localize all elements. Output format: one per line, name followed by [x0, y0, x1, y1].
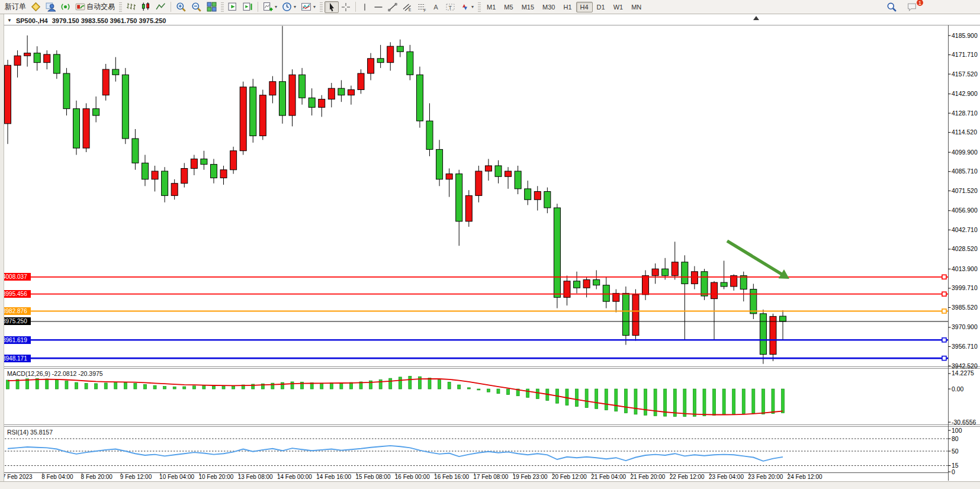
price-axis-tick-label: 3970.900 — [952, 323, 978, 331]
svg-text:A: A — [433, 4, 438, 11]
timeframe-button-w1[interactable]: W1 — [609, 2, 628, 12]
signals-button[interactable] — [58, 1, 73, 13]
trendline-tool[interactable] — [385, 1, 400, 13]
toolbar-drag-handle[interactable] — [119, 2, 122, 12]
toolbar-drag-handle[interactable] — [478, 2, 481, 12]
chart-title-bar[interactable]: ▼ SP500-,H4 3979.150 3983.550 3961.750 3… — [7, 16, 166, 25]
mt4-trading-terminal: 新订单 自动交易 — [0, 0, 980, 489]
fibonacci-tool[interactable]: F — [415, 1, 429, 13]
time-axis-label: 14 Feb 16:00 — [316, 474, 351, 480]
chevron-down-icon: ▾ — [313, 4, 316, 9]
periods-button[interactable]: ▾ — [279, 1, 298, 13]
auto-scroll-button[interactable] — [226, 1, 240, 13]
window-menu-triangle-icon[interactable] — [753, 16, 759, 20]
macd-axis-tick-label: 14.2275 — [952, 369, 974, 377]
rsi-axis-tick-label: 50 — [952, 448, 959, 455]
candlestick-icon — [141, 2, 151, 12]
price-axis-tick-label: 3942.520 — [952, 362, 978, 370]
crosshair-icon — [341, 2, 351, 12]
indicators-button[interactable]: ▾ — [298, 1, 318, 13]
tile-windows-button[interactable] — [204, 1, 219, 13]
search-button[interactable] — [884, 1, 899, 13]
price-axis-tick-label: 4142.900 — [952, 90, 978, 98]
timeframe-button-m5[interactable]: M5 — [500, 2, 517, 12]
line-chart-button[interactable] — [153, 1, 168, 13]
timeframe-button-d1[interactable]: D1 — [593, 2, 609, 12]
rsi-axis-tick-label: 15 — [952, 462, 959, 469]
horizontal-line-tool[interactable] — [371, 1, 385, 13]
tile-windows-icon — [207, 2, 217, 12]
time-axis-label: 24 Feb 12:00 — [788, 474, 822, 480]
price-line-label: 3975.250 — [0, 317, 31, 325]
community-chat-button[interactable]: 1 — [904, 1, 920, 13]
fibonacci-icon: F — [417, 2, 427, 12]
time-axis-label: 16 Feb 00:00 — [395, 474, 430, 480]
timeframe-button-h4[interactable]: H4 — [576, 2, 593, 12]
navigator-person-icon — [46, 2, 56, 12]
timeframe-button-h1[interactable]: H1 — [559, 2, 576, 12]
chart-canvas[interactable] — [0, 0, 980, 489]
crosshair-tool-button[interactable] — [339, 1, 353, 13]
toolbar-drag-handle[interactable] — [221, 2, 224, 12]
candlestick-chart-button[interactable] — [139, 1, 153, 13]
price-axis-tick-label: 4114.520 — [952, 128, 977, 136]
cursor-tool-button[interactable] — [324, 1, 339, 13]
new-chart-icon — [263, 2, 273, 12]
text-label-icon: T — [445, 2, 455, 12]
macd-axis-tick-label: 0.00 — [952, 385, 963, 393]
time-axis-label: 23 Feb 20:00 — [748, 474, 783, 480]
svg-text:T: T — [449, 4, 452, 10]
time-axis-label: 17 Feb 08:00 — [473, 474, 508, 480]
timeframe-button-m1[interactable]: M1 — [483, 2, 500, 12]
trendline-icon — [388, 2, 397, 12]
vertical-line-tool[interactable] — [358, 1, 371, 13]
window-bottom-edge — [0, 481, 980, 489]
timeframe-button-m30[interactable]: M30 — [538, 2, 559, 12]
timeframe-button-mn[interactable]: MN — [627, 2, 645, 12]
zoom-in-icon — [176, 2, 187, 12]
rsi-indicator-label: RSI(14) 35.8157 — [7, 429, 53, 436]
time-axis-label: 21 Feb 20:00 — [630, 474, 665, 480]
time-axis-label: 8 Feb 04:00 — [41, 474, 73, 480]
zoom-out-button[interactable] — [189, 1, 204, 13]
autotrading-button[interactable]: 自动交易 — [73, 1, 117, 13]
bar-chart-button[interactable] — [124, 1, 139, 13]
time-axis-label: 20 Feb 12:00 — [552, 474, 587, 480]
arrows-tool[interactable]: ▾ — [458, 1, 476, 13]
equidistant-channel-tool[interactable]: E — [400, 1, 415, 13]
time-axis-label: 21 Feb 04:00 — [591, 474, 626, 480]
chart-shift-button[interactable] — [240, 1, 255, 13]
timeframe-toolbar: M1M5M15M30H1H4D1W1MN — [483, 2, 645, 12]
svg-text:E: E — [409, 8, 412, 12]
toolbar-drag-handle[interactable] — [320, 2, 323, 12]
new-chart-button[interactable]: ▾ — [261, 1, 279, 13]
time-axis-label: 8 Feb 20:00 — [81, 474, 113, 480]
main-toolbar: 新订单 自动交易 — [0, 0, 980, 14]
indicators-icon — [301, 2, 311, 12]
notification-badge: 1 — [916, 0, 924, 7]
zoom-in-button[interactable] — [173, 1, 189, 13]
price-axis-tick-label: 4013.900 — [952, 265, 978, 273]
chart-symbol-timeframe: SP500-,H4 — [16, 17, 48, 24]
price-axis-tick-label: 4171.710 — [952, 51, 978, 59]
text-label-tool[interactable]: T — [443, 1, 458, 13]
new-order-label: 新订单 — [5, 2, 26, 12]
timeframe-button-m15[interactable]: M15 — [518, 2, 538, 12]
chart-dropdown-triangle-icon: ▼ — [7, 18, 12, 23]
macd-axis-tick-label: -30.6556 — [952, 419, 976, 426]
time-axis-label: 16 Feb 16:00 — [434, 474, 469, 480]
channel-icon: E — [402, 2, 412, 12]
time-axis-label: 23 Feb 04:00 — [709, 474, 744, 480]
horizontal-line-icon — [374, 2, 383, 12]
axis-labels-layer: 4185.9004171.7104157.5204142.9004128.710… — [0, 0, 980, 489]
market-watch-button[interactable] — [28, 1, 43, 13]
new-order-button[interactable]: 新订单 — [2, 1, 28, 13]
navigator-button[interactable] — [43, 1, 58, 13]
gold-diamond-icon — [31, 2, 41, 12]
time-axis-label: 14 Feb 00:00 — [277, 474, 312, 480]
chevron-down-icon: ▾ — [294, 4, 296, 9]
price-axis-tick-label: 3999.710 — [952, 284, 978, 292]
time-axis-label: 19 Feb 23:00 — [513, 474, 548, 480]
price-axis-tick-label: 3956.710 — [952, 343, 978, 350]
text-tool[interactable]: A — [429, 1, 443, 13]
